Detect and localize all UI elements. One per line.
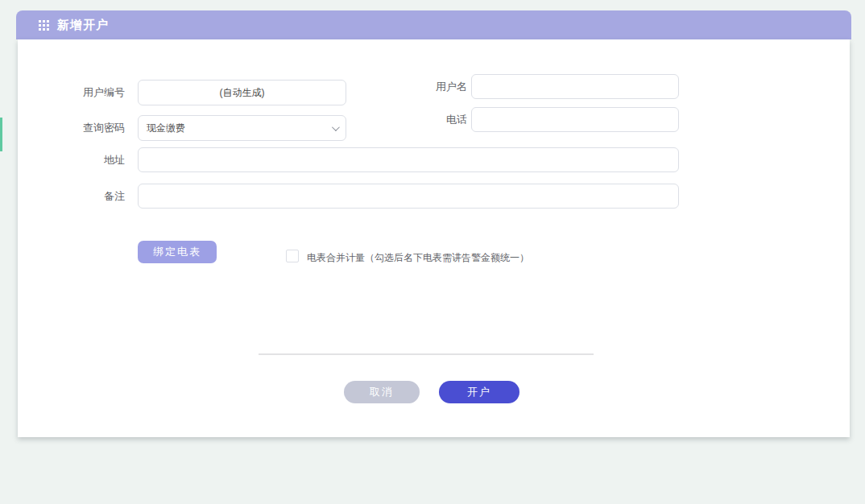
address-label: 地址: [50, 154, 125, 167]
query-password-label: 查询密码: [50, 122, 125, 134]
divider: [259, 353, 594, 355]
phone-label: 电话: [392, 114, 467, 126]
user-no-label: 用户编号: [50, 86, 125, 99]
remark-input[interactable]: [138, 184, 679, 209]
grid-icon: [39, 20, 49, 31]
left-accent-bar: [0, 118, 2, 151]
username-input[interactable]: [471, 74, 679, 99]
bind-meter-button[interactable]: 绑定电表: [138, 241, 217, 263]
remark-label: 备注: [50, 190, 125, 203]
phone-input[interactable]: [471, 107, 679, 132]
panel-header: 新增开户: [16, 10, 851, 39]
merge-metering-checkbox-label: 电表合并计量（勾选后名下电表需讲告警金额统一）: [307, 251, 529, 265]
payment-type-selected-value: 现金缴费: [147, 122, 332, 135]
confirm-open-account-button[interactable]: 开户: [439, 381, 519, 403]
address-input[interactable]: [138, 147, 679, 172]
username-label: 用户名: [392, 81, 467, 93]
chevron-down-icon: [332, 123, 340, 131]
form-panel: 用户编号 用户名 查询密码 现金缴费 电话 地址 备注 绑定电表 电表合并计量（…: [18, 39, 850, 437]
cancel-button[interactable]: 取消: [344, 381, 420, 403]
payment-type-select[interactable]: 现金缴费: [138, 115, 346, 141]
user-no-input[interactable]: [138, 80, 346, 105]
panel-title: 新增开户: [57, 18, 109, 33]
merge-metering-checkbox[interactable]: [286, 250, 299, 262]
